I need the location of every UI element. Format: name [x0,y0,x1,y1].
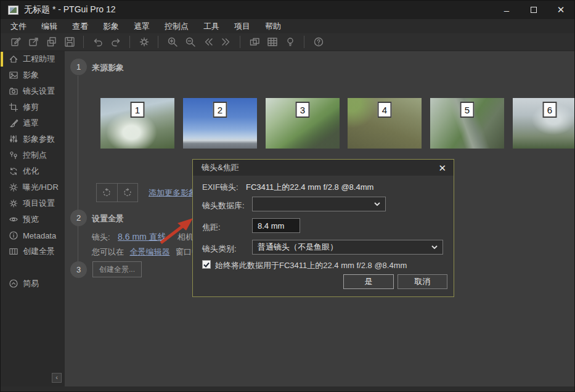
dialog-title-bar: 镜头&焦距 ✕ [193,160,454,176]
check-icon [203,262,210,267]
source-image-thumbnail[interactable]: 5 [430,98,504,149]
sidebar-item-label: 曝光/HDR [23,182,59,193]
toolbar-separator [129,36,130,48]
sun-icon [9,182,18,192]
sidebar-item-optimize[interactable]: 优化 [1,163,65,179]
menu-control-points[interactable]: 控制点 [165,21,189,32]
panorama-editor-icon[interactable] [248,36,261,49]
detail-grid-icon[interactable] [266,36,279,49]
image-number-badge: 3 [296,102,310,118]
cancel-button[interactable]: 取消 [398,274,447,289]
zoom-out-icon[interactable] [184,36,197,49]
title-bar: 无标题 * - PTGui Pro 12 – ✕ [1,1,574,19]
menu-file[interactable]: 文件 [10,21,27,32]
lightbulb-icon[interactable] [283,36,296,49]
sidebar-item-exposure-hdr[interactable]: 曝光/HDR [1,179,65,195]
step-1-title: 来源影象 [92,62,124,73]
copy-icon[interactable] [45,36,58,49]
minimize-button[interactable]: – [493,1,520,19]
home-icon [9,54,18,64]
lens-label: 镜头: [92,232,110,242]
sidebar-item-label: 影象 [23,70,39,81]
sidebar-item-label: 预览 [23,214,39,225]
sidebar-item-lens-settings[interactable]: 镜头设置 [1,83,65,99]
always-use-checkbox[interactable] [202,260,211,269]
lens-type-select[interactable]: 普通镜头（不是鱼眼） [252,240,443,255]
step-2-circle: 2 [70,210,87,226]
exif-lens-label: EXIF镜头: [202,182,239,193]
undo-icon[interactable] [91,36,104,49]
sidebar-item-create-panorama[interactable]: 创建全景 [1,243,65,259]
help-icon[interactable] [312,36,325,49]
toolbar-separator [304,36,304,48]
sidebar-item-label: Metadata [23,231,56,240]
sidebar-item-images[interactable]: 影象 [1,67,65,83]
sidebar-item-metadata[interactable]: Metadata [1,227,65,243]
source-image-thumbnail[interactable]: 1 [100,98,174,149]
sidebar-item-mask[interactable]: 遮罩 [1,115,65,131]
source-image-thumbnail[interactable]: 3 [266,98,340,149]
maximize-button[interactable] [520,1,547,19]
lens-summary-row: 镜头: 8.6 mm 直线 相机: [92,231,196,243]
lens-settings-link[interactable]: 8.6 mm 直线 [118,232,166,242]
dialog-title: 镜头&焦距 [202,162,239,173]
sidebar-item-preview[interactable]: 预览 [1,211,65,227]
map-pins-icon [9,150,18,160]
focal-length-input[interactable] [252,218,300,233]
chevron-down-icon [431,245,438,249]
brush-icon [9,118,18,128]
crop-icon [9,102,18,112]
menu-view[interactable]: 查看 [72,21,88,32]
menu-bar: 文件 编辑 查看 影象 遮罩 控制点 工具 项目 帮助 [1,19,574,33]
lens-type-label: 镜头类别: [202,243,237,255]
optimize-icon [9,166,18,176]
previous-icon[interactable] [202,36,214,49]
sidebar-item-project-settings[interactable]: 项目设置 [1,195,65,211]
create-panorama-button[interactable]: 创建全景... [92,261,142,277]
lens-database-label: 镜头数据库: [202,200,245,211]
maximize-icon [531,7,537,13]
chevron-up-circle-icon [9,279,18,288]
dialog-close-icon[interactable]: ✕ [438,163,446,173]
rotate-cw-button[interactable] [117,184,138,202]
redo-icon[interactable] [109,36,122,49]
close-button[interactable]: ✕ [547,1,574,19]
sidebar-item-control-points[interactable]: 控制点 [1,147,65,163]
menu-edit[interactable]: 编辑 [41,21,57,32]
toolbar-separator [240,36,240,48]
menu-mask[interactable]: 遮罩 [134,21,150,32]
sidebar-item-crop[interactable]: 修剪 [1,99,65,115]
source-image-thumbnail[interactable]: 6 [513,98,575,149]
menu-images[interactable]: 影象 [103,21,119,32]
panorama-editor-link[interactable]: 全景编辑器 [129,247,169,256]
source-image-thumbnail[interactable]: 4 [348,98,422,149]
settings-gear-icon[interactable] [137,36,150,49]
menu-help[interactable]: 帮助 [265,21,281,32]
lens-type-value: 普通镜头（不是鱼眼） [258,242,431,253]
sidebar-collapse-button[interactable]: ‹ [52,373,62,383]
yes-button[interactable]: 是 [343,274,394,289]
sidebar-item-image-parameters[interactable]: 影象参数 [1,131,65,147]
menu-tools[interactable]: 工具 [203,21,219,32]
image-number-badge: 2 [213,102,227,118]
step-1-circle: 1 [70,59,87,75]
sidebar-item-label: 镜头设置 [23,86,55,97]
zoom-in-icon[interactable] [166,36,179,49]
open-project-icon[interactable] [27,36,40,49]
menu-project[interactable]: 项目 [234,21,250,32]
next-icon[interactable] [219,36,232,49]
save-icon[interactable] [63,36,76,49]
new-project-icon[interactable] [9,36,22,49]
sidebar-item-label: 创建全景 [23,246,55,257]
step-connector-line [78,76,78,270]
app-icon [8,6,18,15]
add-more-images-link[interactable]: 添加更多影象 [149,187,197,198]
image-icon [9,70,18,80]
sidebar-item-project-assistant[interactable]: 工程助理 [1,51,65,67]
source-image-thumbnail[interactable]: 2 [183,98,257,149]
toolbar [1,33,574,51]
rotate-ccw-button[interactable] [97,184,117,202]
sidebar-item-simple-mode[interactable]: 简易 [1,276,65,292]
gear-icon [9,198,18,208]
lens-database-select[interactable] [252,197,386,211]
